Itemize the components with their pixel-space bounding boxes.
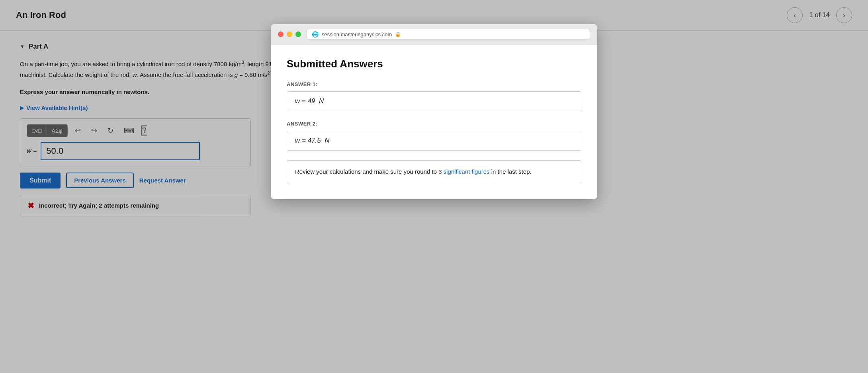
url-bar: 🌐 session.masteringphysics.com 🔒 xyxy=(307,29,590,40)
review-box: Review your calculations and make sure y… xyxy=(287,160,581,183)
modal-overlay: 🌐 session.masteringphysics.com 🔒 Submitt… xyxy=(0,0,868,228)
maximize-traffic-light[interactable] xyxy=(295,31,301,37)
significant-figures-link[interactable]: significant figures xyxy=(444,168,490,175)
answer2-value: w = 47.5 N xyxy=(295,137,329,144)
globe-icon: 🌐 xyxy=(312,31,319,37)
review-text-1: Review your calculations and make sure y… xyxy=(295,168,444,175)
review-text-2: in the last step. xyxy=(490,168,532,175)
url-text: session.masteringphysics.com xyxy=(322,31,392,37)
lock-icon: 🔒 xyxy=(395,31,401,37)
modal-body: Submitted Answers ANSWER 1: w = 49 N ANS… xyxy=(271,45,597,199)
close-traffic-light[interactable] xyxy=(278,31,283,37)
traffic-lights xyxy=(278,31,301,37)
answer1-box: w = 49 N xyxy=(287,91,581,111)
modal-titlebar: 🌐 session.masteringphysics.com 🔒 xyxy=(271,24,597,45)
answer1-value: w = 49 N xyxy=(295,97,324,105)
minimize-traffic-light[interactable] xyxy=(287,31,292,37)
answer1-label: ANSWER 1: xyxy=(287,81,581,87)
answer2-label: ANSWER 2: xyxy=(287,121,581,127)
answer2-box: w = 47.5 N xyxy=(287,131,581,151)
modal-title: Submitted Answers xyxy=(287,58,581,70)
modal-window: 🌐 session.masteringphysics.com 🔒 Submitt… xyxy=(271,24,597,199)
